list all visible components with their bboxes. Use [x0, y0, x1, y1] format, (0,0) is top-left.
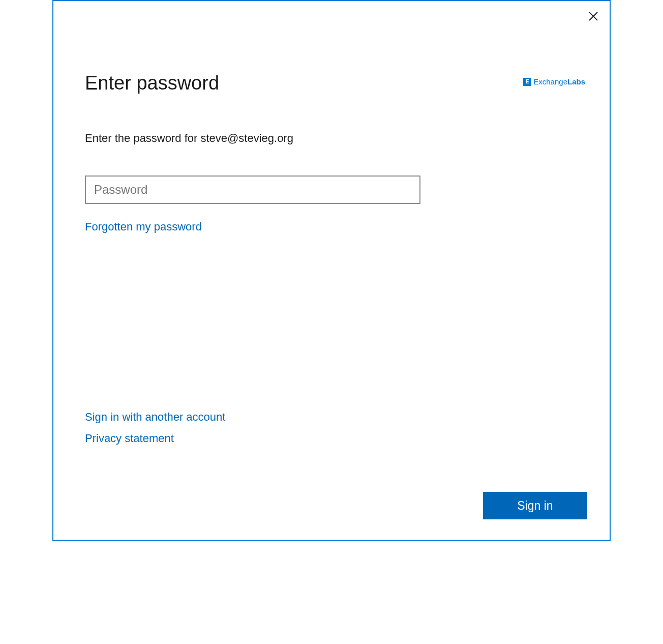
signin-dialog: E ExchangeLabs Enter password Enter the … [52, 0, 611, 541]
privacy-statement-link[interactable]: Privacy statement [85, 432, 174, 445]
bottom-links: Sign in with another account Privacy sta… [85, 411, 225, 453]
another-account-link[interactable]: Sign in with another account [85, 411, 225, 424]
dialog-subtitle: Enter the password for steve@stevieg.org [85, 132, 578, 145]
dialog-content: Enter password Enter the password for st… [53, 1, 610, 540]
password-input[interactable] [85, 175, 420, 204]
forgot-password-link[interactable]: Forgotten my password [85, 220, 202, 233]
signin-button[interactable]: Sign in [483, 492, 587, 519]
dialog-title: Enter password [85, 72, 578, 94]
